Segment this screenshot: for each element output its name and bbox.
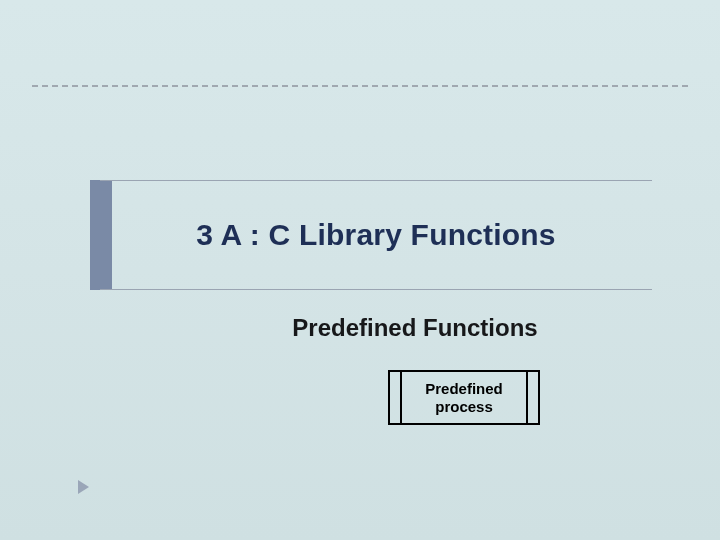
slide-subtitle: Predefined Functions	[0, 314, 720, 342]
horizontal-divider	[32, 85, 688, 87]
predefined-process-shape: Predefined process	[388, 370, 540, 425]
title-container: 3 A : C Library Functions	[100, 180, 652, 290]
triangle-bullet-icon	[78, 480, 89, 494]
process-label-line2: process	[435, 398, 493, 415]
process-label-line1: Predefined	[425, 380, 503, 397]
slide-title: 3 A : C Library Functions	[196, 218, 555, 252]
predefined-process-label: Predefined process	[402, 372, 526, 423]
predefined-process-right-bar	[526, 372, 528, 423]
